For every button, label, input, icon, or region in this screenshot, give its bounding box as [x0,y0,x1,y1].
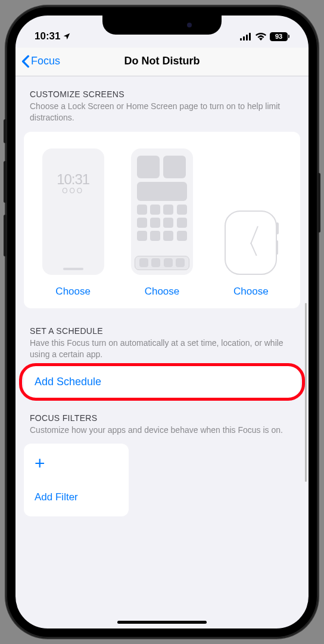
screens-card: 10:31 OOO Choose [24,132,300,308]
wifi-icon [256,33,266,41]
cellular-icon [240,33,252,41]
volume-down [4,215,7,256]
add-schedule-button[interactable]: Add Schedule [24,366,300,398]
schedule-header: SET A SCHEDULE Have this Focus turn on a… [15,313,309,364]
svg-rect-0 [240,38,242,41]
power-button [317,173,320,233]
lock-preview-bar [63,268,83,270]
screen: 10:31 93 Focus Do Not Disturb [15,16,309,628]
customize-header: CUSTOMIZE SCREENS Choose a Lock Screen o… [15,76,309,127]
phone-frame: 10:31 93 Focus Do Not Disturb [6,6,318,638]
filters-header: FOCUS FILTERS Customize how your apps an… [15,400,309,439]
lock-preview-time: 10:31 [57,171,89,188]
plus-icon: + [35,454,118,472]
chevron-left-icon [21,55,30,68]
back-button[interactable]: Focus [21,55,60,68]
content-scroll[interactable]: CUSTOMIZE SCREENS Choose a Lock Screen o… [15,76,309,628]
status-time: 10:31 [35,30,60,42]
volume-up [4,161,7,203]
page-title: Do Not Disturb [124,55,200,67]
home-indicator[interactable] [117,621,207,624]
battery-icon: 93 [270,32,289,41]
back-label: Focus [31,55,60,67]
add-filter-label: Add Filter [35,491,118,503]
choose-watch-label[interactable]: Choose [233,286,269,298]
home-screen-option[interactable]: Choose [120,148,204,298]
mute-switch [4,119,7,143]
lock-screen-preview: 10:31 OOO [42,148,104,275]
battery-level: 93 [275,33,282,40]
svg-rect-3 [249,33,251,41]
home-screen-preview [131,148,193,275]
lock-screen-option[interactable]: 10:31 OOO Choose [31,148,115,298]
watch-option[interactable]: Choose [209,148,293,298]
lock-preview-dots: OOO [62,187,84,195]
svg-rect-2 [246,35,248,41]
add-schedule-label: Add Schedule [35,376,101,388]
scroll-indicator[interactable] [305,303,307,482]
add-filter-button[interactable]: + Add Filter [24,444,129,516]
schedule-title: SET A SCHEDULE [30,326,294,336]
filters-desc: Customize how your apps and device behav… [30,425,294,436]
watch-preview [225,210,277,275]
choose-home-label[interactable]: Choose [145,286,180,298]
schedule-desc: Have this Focus turn on automatically at… [30,338,294,360]
nav-bar: Focus Do Not Disturb [15,48,309,76]
choose-lock-label[interactable]: Choose [55,286,91,298]
svg-rect-1 [243,36,245,41]
notch [102,16,222,35]
dock-preview [135,256,189,270]
customize-desc: Choose a Lock Screen or Home Screen page… [30,101,294,123]
customize-title: CUSTOMIZE SCREENS [30,89,294,99]
location-icon [63,32,71,41]
filters-title: FOCUS FILTERS [30,413,294,423]
